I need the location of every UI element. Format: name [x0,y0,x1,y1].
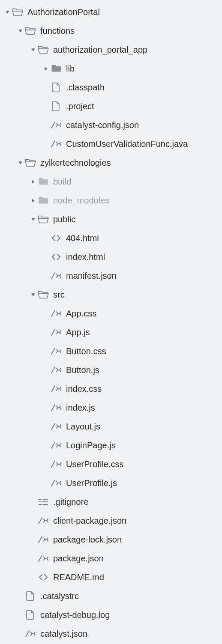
tree-item-label: catalyst.json [40,629,87,639]
source-file-icon [37,516,50,525]
tree-row[interactable]: index.html [0,247,222,266]
tree-row[interactable]: client-package.json [0,511,222,530]
svg-line-45 [39,555,42,561]
tree-row[interactable]: zylkertechnologies [0,153,222,172]
tree-row[interactable]: Button.js [0,361,222,379]
arrow-placeholder [16,613,24,617]
source-file-icon [50,385,63,393]
file-icon [24,610,37,620]
source-file-icon [50,347,63,355]
arrow-placeholder [29,556,37,561]
tree-item-label: App.css [66,309,96,319]
svg-line-25 [51,405,55,411]
tree-row[interactable]: index.js [0,398,222,417]
chevron-down-icon[interactable] [29,217,37,222]
chevron-right-icon[interactable] [42,66,50,71]
tree-item-label: LoginPage.js [66,441,116,450]
tree-item-label: zylkertechnologies [40,158,111,168]
tree-item-label: authorization_portal_app [53,45,147,55]
tree-row[interactable]: Button.css [0,342,222,361]
chevron-down-icon[interactable] [29,292,37,297]
svg-line-41 [39,518,42,524]
tree-item-label: public [53,215,75,224]
tree-item-label: package.json [53,554,104,564]
tree-item-label: README.md [53,572,104,582]
tree-item-label: 404.html [66,233,99,243]
svg-marker-8 [18,161,22,164]
tree-row[interactable]: UserProfile.css [0,455,222,474]
chevron-right-icon[interactable] [29,179,37,184]
tree-row[interactable]: LoginPage.js [0,436,222,455]
tree-row[interactable]: 404.html [0,229,222,247]
tree-row[interactable]: .gitignore [0,492,222,511]
svg-marker-1 [18,30,22,33]
tree-row[interactable]: authorization_portal_app [0,40,222,59]
tree-row[interactable]: catalyst-config.json [0,116,222,134]
tree-item-label: UserProfile.js [66,478,117,488]
svg-line-4 [51,122,55,128]
tree-item-label: .gitignore [53,497,88,507]
tree-row[interactable]: index.css [0,379,222,398]
file-icon [50,101,63,111]
arrow-placeholder [42,462,50,467]
tree-row[interactable]: AuthorizationPortal [0,3,222,21]
folder-open-icon [11,8,24,16]
svg-marker-0 [6,11,9,14]
svg-line-31 [51,461,55,467]
tree-row[interactable]: node_modules [0,191,222,210]
chevron-down-icon[interactable] [16,161,24,165]
tree-row[interactable]: Layout.js [0,417,222,436]
chevron-right-icon[interactable] [29,198,37,203]
tree-row[interactable]: lib [0,59,222,78]
tree-row[interactable]: public [0,210,222,229]
source-file-icon [50,403,63,412]
arrow-placeholder [42,443,50,448]
folder-open-icon [37,215,50,224]
source-file-icon [50,441,63,450]
arrow-placeholder [29,537,37,542]
svg-line-47 [26,631,29,637]
markup-file-icon [37,573,50,581]
folder-icon [50,64,63,73]
tree-item-label: .project [66,101,94,111]
tree-item-label: Button.css [66,346,106,356]
arrow-placeholder [42,387,50,391]
svg-line-29 [51,442,55,448]
tree-item-label: lib [66,64,75,74]
chevron-down-icon[interactable] [16,29,24,33]
chevron-down-icon[interactable] [29,48,37,52]
tree-row[interactable]: package.json [0,549,222,568]
chevron-down-icon[interactable] [3,10,11,15]
source-file-icon [50,460,63,468]
source-file-icon [50,422,63,431]
arrow-placeholder [16,594,24,599]
tree-row[interactable]: .classpath [0,78,222,97]
svg-marker-14 [31,293,35,296]
tree-row[interactable]: App.css [0,304,222,323]
source-file-icon [37,554,50,563]
tree-row[interactable]: src [0,285,222,304]
tree-row[interactable]: .catalystrc [0,587,222,605]
tree-row[interactable]: package-lock.json [0,530,222,549]
tree-row[interactable]: functions [0,21,222,40]
svg-line-21 [51,367,55,373]
tree-row[interactable]: README.md [0,568,222,587]
tree-row[interactable]: build [0,172,222,191]
arrow-placeholder [42,311,50,316]
svg-line-6 [51,141,55,147]
tree-row[interactable]: UserProfile.js [0,474,222,492]
arrow-placeholder [42,104,50,109]
tree-row[interactable]: catalyst-debug.log [0,605,222,624]
arrow-placeholder [42,236,50,241]
source-file-icon [50,366,63,374]
tree-row[interactable]: .project [0,97,222,116]
source-file-icon [50,271,63,280]
tree-row[interactable]: App.js [0,323,222,342]
folder-open-icon [24,27,37,35]
folder-open-icon [24,158,37,167]
tree-row[interactable]: manifest.json [0,266,222,285]
tree-item-label: Button.js [66,365,99,375]
tree-row[interactable]: CustomUserValidationFunc.java [0,134,222,153]
svg-line-23 [51,386,55,392]
tree-row[interactable]: catalyst.json [0,624,222,643]
